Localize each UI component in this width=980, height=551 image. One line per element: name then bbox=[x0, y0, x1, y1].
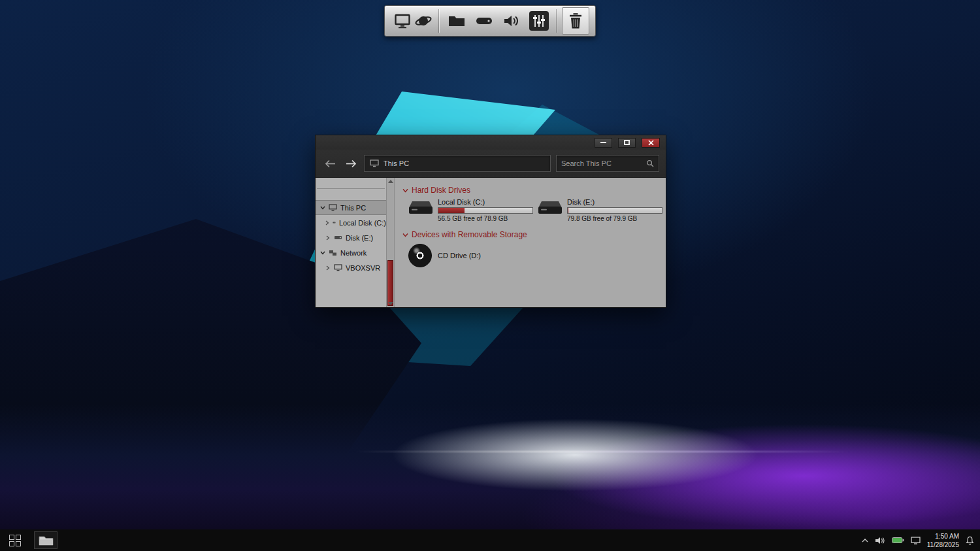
close-button[interactable] bbox=[642, 138, 660, 148]
back-arrow-icon bbox=[324, 159, 336, 168]
drive-icon bbox=[334, 235, 342, 241]
dock-separator bbox=[438, 9, 439, 33]
sidebar-item-label: This PC bbox=[340, 204, 366, 212]
dock-separator bbox=[556, 9, 557, 33]
file-list: Hard Disk Drives Local Disk (C:) bbox=[395, 178, 666, 307]
window-content: This PC Local Disk (C:) bbox=[316, 177, 666, 307]
chevron-up-icon[interactable] bbox=[862, 539, 868, 543]
sidebar-item-vboxsvr[interactable]: VBOXSVR bbox=[316, 260, 386, 275]
drive-label: Local Disk (C:) bbox=[438, 198, 533, 206]
drive-item-disk-e[interactable]: Disk (E:) 79.8 GB free of 79.9 GB bbox=[536, 198, 666, 222]
taskbar-file-explorer-button[interactable] bbox=[34, 531, 57, 549]
scrollbar-thumb[interactable] bbox=[387, 260, 393, 306]
sidebar-item-label: Disk (E:) bbox=[346, 234, 373, 242]
explorer-window: This PC bbox=[315, 135, 666, 308]
navigation-bar: This PC bbox=[316, 150, 666, 177]
start-grid-icon bbox=[9, 535, 21, 546]
system-tray: 1:50 AM 11/28/2025 bbox=[862, 532, 980, 549]
capacity-bar bbox=[438, 207, 533, 214]
volume-icon[interactable] bbox=[875, 537, 885, 544]
address-text: This PC bbox=[384, 159, 409, 167]
taskbar: 1:50 AM 11/28/2025 bbox=[0, 529, 980, 551]
hard-drive-icon bbox=[536, 198, 564, 222]
mixer-icon[interactable] bbox=[527, 8, 551, 34]
scroll-up-icon[interactable] bbox=[387, 180, 394, 183]
maximize-icon bbox=[624, 140, 630, 145]
sidebar-item-label: Network bbox=[340, 249, 367, 257]
sidebar-item-this-pc[interactable]: This PC bbox=[316, 200, 386, 215]
drive-info: Local Disk (C:) 56.5 GB free of 78.9 GB bbox=[438, 198, 533, 222]
sidebar-item-label: Local Disk (C:) bbox=[339, 219, 386, 227]
search-icon[interactable] bbox=[646, 159, 654, 167]
sidebar-item-network[interactable]: Network bbox=[316, 245, 386, 260]
globe-icon[interactable] bbox=[414, 8, 433, 34]
chevron-down-icon bbox=[402, 188, 408, 193]
section-header-removable-storage[interactable]: Devices with Removable Storage bbox=[402, 230, 666, 239]
drive-label: CD Drive (D:) bbox=[438, 252, 481, 259]
drive-label: Disk (E:) bbox=[567, 198, 662, 206]
drive-info: Disk (E:) 79.8 GB free of 79.9 GB bbox=[567, 198, 662, 222]
drive-icon[interactable] bbox=[472, 8, 496, 34]
dock bbox=[384, 5, 596, 37]
bell-icon[interactable] bbox=[966, 536, 974, 545]
titlebar[interactable] bbox=[316, 135, 666, 150]
capacity-fill bbox=[568, 208, 568, 213]
scrollbar[interactable] bbox=[386, 178, 395, 307]
desktop: This PC bbox=[0, 0, 980, 551]
sidebar-item-local-disk-c[interactable]: Local Disk (C:) bbox=[316, 215, 386, 230]
chevron-right-icon[interactable] bbox=[325, 235, 331, 241]
computer-icon bbox=[334, 264, 342, 271]
mixer-sliders bbox=[529, 11, 549, 31]
forward-arrow-icon bbox=[345, 159, 357, 168]
sidebar-item-disk-e[interactable]: Disk (E:) bbox=[316, 230, 386, 245]
computer-icon bbox=[370, 159, 379, 167]
maximize-button[interactable] bbox=[618, 138, 636, 148]
sidebar-separator bbox=[317, 188, 385, 189]
display-icon[interactable] bbox=[911, 537, 921, 544]
drive-item-cd-d[interactable]: CD Drive (D:) bbox=[408, 244, 666, 267]
minimize-icon bbox=[600, 142, 606, 143]
section-header-hard-disk-drives[interactable]: Hard Disk Drives bbox=[402, 186, 666, 195]
folder-icon[interactable] bbox=[444, 8, 468, 34]
network-icon bbox=[329, 250, 337, 256]
hard-drive-icon bbox=[407, 198, 434, 222]
display-icon[interactable] bbox=[391, 8, 415, 34]
capacity-fill bbox=[438, 208, 465, 213]
battery-icon[interactable] bbox=[892, 537, 904, 544]
chevron-down-icon[interactable] bbox=[320, 251, 325, 255]
minimize-button[interactable] bbox=[595, 138, 612, 148]
drive-item-local-disk-c[interactable]: Local Disk (C:) 56.5 GB free of 78.9 GB bbox=[407, 198, 536, 222]
clock-time: 1:50 AM bbox=[927, 532, 959, 541]
volume-icon[interactable] bbox=[499, 8, 523, 34]
close-icon bbox=[648, 140, 654, 146]
drive-free-space: 79.8 GB free of 79.9 GB bbox=[567, 215, 662, 222]
start-button[interactable] bbox=[0, 529, 30, 551]
back-button[interactable] bbox=[322, 156, 338, 171]
cd-icon bbox=[408, 244, 432, 267]
file-explorer-icon bbox=[39, 535, 54, 546]
sidebar-item-label: VBOXSVR bbox=[346, 264, 380, 272]
forward-button[interactable] bbox=[343, 156, 359, 171]
address-bar[interactable]: This PC bbox=[364, 155, 551, 172]
chevron-down-icon[interactable] bbox=[320, 206, 325, 210]
chevron-right-icon[interactable] bbox=[325, 220, 329, 225]
chevron-right-icon[interactable] bbox=[325, 265, 331, 271]
section-title: Devices with Removable Storage bbox=[412, 230, 527, 239]
sidebar: This PC Local Disk (C:) bbox=[316, 178, 386, 307]
capacity-bar bbox=[567, 207, 662, 214]
trash-icon[interactable] bbox=[562, 7, 589, 35]
computer-icon bbox=[329, 204, 337, 211]
drive-icon bbox=[333, 220, 336, 225]
search-box bbox=[556, 155, 659, 172]
wallpaper-horizon-line bbox=[353, 451, 849, 452]
section-title: Hard Disk Drives bbox=[412, 186, 470, 195]
clock-date: 11/28/2025 bbox=[927, 541, 959, 549]
scroll-down-icon[interactable] bbox=[387, 302, 394, 305]
search-input[interactable] bbox=[561, 159, 646, 167]
taskbar-clock[interactable]: 1:50 AM 11/28/2025 bbox=[927, 532, 959, 549]
drive-free-space: 56.5 GB free of 78.9 GB bbox=[438, 215, 533, 222]
chevron-down-icon bbox=[402, 233, 408, 237]
